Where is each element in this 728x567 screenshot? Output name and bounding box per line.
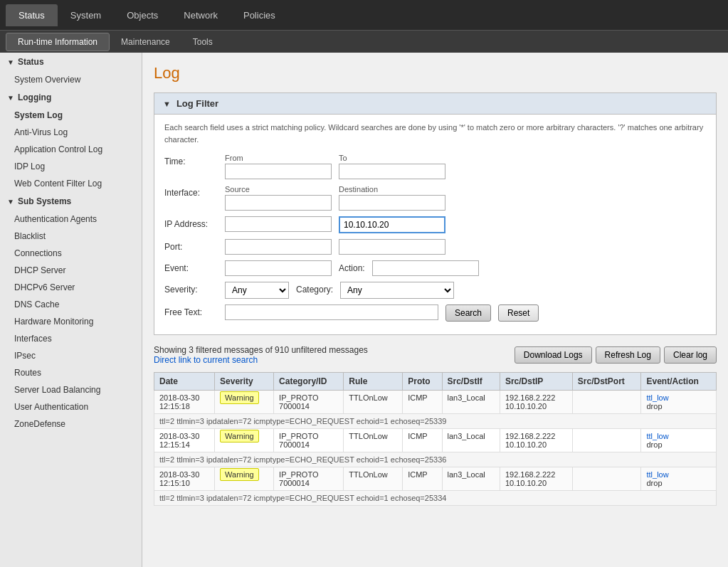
interface-dest-label: Destination — [339, 185, 445, 194]
col-category-id: Category/ID — [274, 373, 344, 391]
interface-dest-input[interactable] — [339, 195, 445, 211]
time-label: Time: — [164, 154, 225, 166]
free-text-input[interactable] — [225, 304, 438, 320]
log-filter-header[interactable]: ▼ Log Filter — [154, 93, 716, 115]
sidebar-item-auth-agents[interactable]: Authentication Agents — [0, 211, 142, 228]
time-to-input[interactable] — [339, 164, 445, 179]
col-event-action: Event/Action — [641, 373, 717, 391]
sidebar-item-routes[interactable]: Routes — [0, 364, 142, 381]
cell-category-id: IP_PROTO7000014 — [274, 391, 344, 414]
interface-source-group: Source — [225, 185, 332, 211]
free-text-row: Free Text: Search Reset — [164, 304, 706, 322]
sidebar-group-status-label: Status — [18, 57, 44, 67]
port-row: Port: — [164, 239, 706, 255]
sidebar-item-user-auth[interactable]: User Authentication — [0, 398, 142, 415]
sidebar-group-status[interactable]: ▼ Status — [0, 53, 142, 71]
nav-policies[interactable]: Policies — [231, 4, 288, 26]
sidebar-group-subsystems-label: Sub Systems — [18, 196, 71, 206]
log-filter-box: ▼ Log Filter Each search field uses a st… — [154, 92, 717, 335]
event-link[interactable]: ttl_low — [646, 432, 668, 440]
table-header-row: Date Severity Category/ID Rule Proto Src… — [154, 373, 717, 391]
sidebar-item-blacklist[interactable]: Blacklist — [0, 228, 142, 245]
nav-objects[interactable]: Objects — [114, 4, 171, 26]
action-buttons: Download Logs Refresh Log Clear log — [515, 346, 717, 364]
cell-srcdstip: 192.168.2.22210.10.10.20 — [500, 429, 572, 452]
severity-select[interactable]: Any Emergency Alert Critical Error Warni… — [225, 282, 289, 299]
sidebar-item-server-load-balancing[interactable]: Server Load Balancing — [0, 381, 142, 398]
category-select[interactable]: Any IP_PROTO TCP UDP ICMP — [340, 282, 454, 299]
ip-source-input[interactable] — [225, 216, 332, 232]
collapse-arrow-logging: ▼ — [7, 94, 14, 102]
table-row: 2018-03-3012:15:14 Warning IP_PROTO70000… — [154, 429, 717, 452]
interface-source-input[interactable] — [225, 195, 332, 211]
sidebar-item-app-control-log[interactable]: Application Control Log — [0, 141, 142, 158]
reset-button[interactable]: Reset — [498, 304, 539, 322]
sidebar-item-dhcp-server[interactable]: DHCP Server — [0, 262, 142, 279]
subnav-maintenance[interactable]: Maintenance — [110, 33, 181, 51]
event-link[interactable]: ttl_low — [646, 470, 668, 479]
log-table: Date Severity Category/ID Rule Proto Src… — [154, 372, 717, 506]
sidebar-item-antivirus-log[interactable]: Anti-Virus Log — [0, 124, 142, 141]
sidebar-item-interfaces[interactable]: Interfaces — [0, 330, 142, 347]
severity-label: Severity: — [164, 282, 225, 295]
direct-link[interactable]: Direct link to current search — [154, 355, 368, 365]
severity-badge: Warning — [220, 468, 259, 481]
status-text-area: Showing 3 filtered messages of 910 unfil… — [154, 345, 368, 365]
port-label: Port: — [164, 239, 225, 252]
search-button[interactable]: Search — [445, 304, 491, 322]
cell-srcdstport — [572, 429, 641, 452]
port-source-input[interactable] — [225, 239, 332, 255]
sidebar-item-hardware-monitoring[interactable]: Hardware Monitoring — [0, 313, 142, 330]
time-to-group: To — [339, 154, 445, 179]
main-content: Log ▼ Log Filter Each search field uses … — [142, 53, 728, 567]
top-navigation: Status System Objects Network Policies — [0, 0, 728, 30]
interface-dest-group: Destination — [339, 185, 445, 211]
sidebar-item-connections[interactable]: Connections — [0, 245, 142, 262]
sidebar: ▼ Status System Overview ▼ Logging Syste… — [0, 53, 142, 567]
port-dest-input[interactable] — [339, 239, 445, 255]
subnav-tools[interactable]: Tools — [181, 33, 224, 51]
cell-event-action: ttl_lowdrop — [641, 391, 717, 414]
sidebar-item-zonedefense[interactable]: ZoneDefense — [0, 415, 142, 433]
sidebar-group-logging[interactable]: ▼ Logging — [0, 88, 142, 107]
time-from-group: From — [225, 154, 332, 179]
cell-srcdstport — [572, 391, 641, 414]
time-from-input[interactable] — [225, 164, 332, 179]
sidebar-item-ipsec[interactable]: IPsec — [0, 347, 142, 364]
table-row-detail: ttl=2 ttlmin=3 ipdatalen=72 icmptype=ECH… — [154, 452, 717, 467]
sidebar-item-idp-log[interactable]: IDP Log — [0, 158, 142, 175]
sidebar-item-web-content-log[interactable]: Web Content Filter Log — [0, 175, 142, 192]
cell-srcdstport — [572, 467, 641, 491]
cell-detail: ttl=2 ttlmin=3 ipdatalen=72 icmptype=ECH… — [154, 491, 717, 506]
sidebar-group-logging-label: Logging — [18, 92, 51, 102]
action-input[interactable] — [372, 260, 479, 276]
cell-srcdstip: 192.168.2.22210.10.10.20 — [500, 467, 572, 491]
cell-srcdstif: lan3_Local — [442, 429, 500, 452]
event-input[interactable] — [225, 260, 332, 276]
nav-network[interactable]: Network — [171, 4, 231, 26]
main-layout: ▼ Status System Overview ▼ Logging Syste… — [0, 53, 728, 567]
col-rule: Rule — [344, 373, 403, 391]
ip-dest-input[interactable] — [339, 216, 445, 233]
interface-fields: Source Destination — [225, 185, 445, 211]
free-text-label: Free Text: — [164, 304, 225, 317]
clear-log-button[interactable]: Clear log — [664, 346, 717, 364]
collapse-arrow-subsystems: ▼ — [7, 198, 14, 206]
ip-fields — [225, 216, 445, 233]
page-title: Log — [154, 64, 717, 83]
download-logs-button[interactable]: Download Logs — [515, 346, 592, 364]
free-text-fields: Search Reset — [225, 304, 539, 322]
action-label: Action: — [339, 260, 365, 273]
sidebar-item-dhcpv6-server[interactable]: DHCPv6 Server — [0, 279, 142, 296]
sidebar-group-subsystems[interactable]: ▼ Sub Systems — [0, 192, 142, 211]
cell-severity: Warning — [215, 467, 274, 491]
event-link[interactable]: ttl_low — [646, 393, 668, 402]
nav-system[interactable]: System — [58, 4, 114, 26]
port-fields — [225, 239, 445, 255]
sidebar-item-system-log[interactable]: System Log — [0, 107, 142, 124]
subnav-runtime[interactable]: Run-time Information — [6, 33, 110, 51]
sidebar-item-dns-cache[interactable]: DNS Cache — [0, 296, 142, 313]
refresh-log-button[interactable]: Refresh Log — [596, 346, 660, 364]
nav-status[interactable]: Status — [6, 4, 58, 26]
sidebar-item-system-overview[interactable]: System Overview — [0, 71, 142, 88]
